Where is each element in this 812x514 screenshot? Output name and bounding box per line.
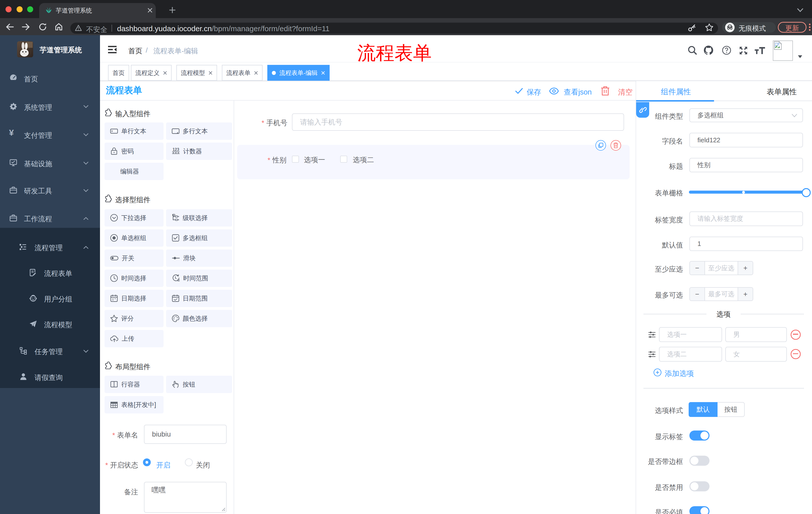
svg-text:123: 123: [173, 147, 179, 152]
